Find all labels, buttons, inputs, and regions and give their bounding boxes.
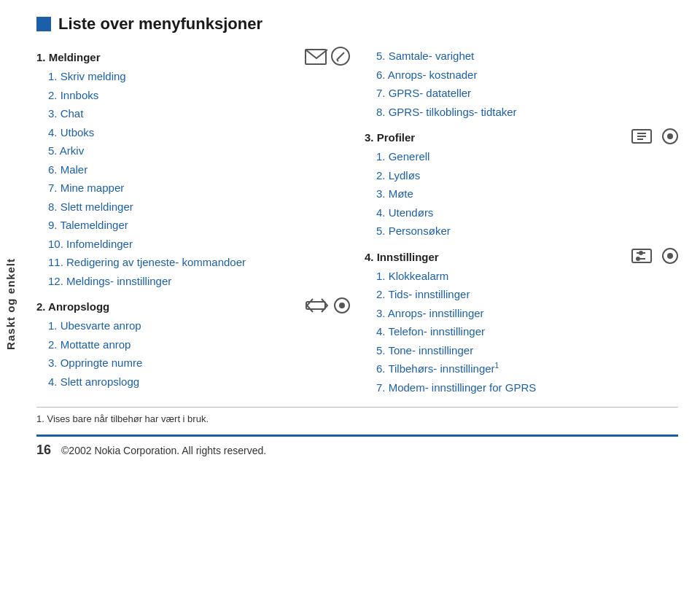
link-r-7[interactable]: GPRS- datateller bbox=[389, 87, 471, 99]
link-1-7[interactable]: Mine mapper bbox=[61, 182, 125, 194]
svg-point-19 bbox=[667, 253, 673, 259]
item-1-4: 4. Utboks bbox=[48, 123, 350, 142]
item-p-1: 1. Generell bbox=[376, 147, 678, 166]
link-i-2[interactable]: Tids- innstillinger bbox=[388, 288, 470, 300]
link-p-3[interactable]: Møte bbox=[389, 187, 413, 200]
item-1-2: 2. Innboks bbox=[48, 86, 350, 105]
link-r-8[interactable]: GPRS- tilkoblings- tidtaker bbox=[389, 106, 517, 118]
dot-icon3 bbox=[662, 246, 678, 265]
item-1-8: 8. Slett meldinger bbox=[48, 198, 350, 217]
right-column: 5. Samtale- varighet 6. Anrops- kostnade… bbox=[357, 47, 678, 397]
svg-point-12 bbox=[667, 133, 673, 139]
item-i-4: 4. Telefon- innstillinger bbox=[376, 322, 678, 341]
link-p-5[interactable]: Personsøker bbox=[389, 225, 451, 237]
footnote: 1. Vises bare når tilbehør har vært i br… bbox=[36, 413, 678, 424]
item-1-9: 9. Talemeldinger bbox=[48, 216, 350, 235]
music-icon bbox=[631, 127, 660, 146]
sliders-icon bbox=[631, 246, 660, 265]
svg-line-2 bbox=[337, 52, 344, 60]
page-title: Liste over menyfunksjoner bbox=[58, 15, 262, 34]
item-1-1: 1. Skriv melding bbox=[48, 67, 350, 86]
item-1-3: 3. Chat bbox=[48, 104, 350, 123]
link-1-5[interactable]: Arkiv bbox=[60, 144, 84, 157]
section1-icons bbox=[304, 47, 350, 66]
pencil-icon bbox=[331, 47, 350, 66]
dot-icon bbox=[334, 296, 350, 315]
link-1-3[interactable]: Chat bbox=[61, 107, 84, 120]
link-i-5[interactable]: Tone- innstillinger bbox=[388, 344, 473, 356]
link-r-6[interactable]: Anrops- kostnader bbox=[388, 69, 478, 81]
divider bbox=[36, 407, 678, 408]
link-i-7[interactable]: Modem- innstillinger for GPRS bbox=[389, 381, 537, 394]
item-p-3: 3. Møte bbox=[376, 184, 678, 203]
link-p-4[interactable]: Utendørs bbox=[389, 206, 434, 219]
item-1-11: 11. Redigering av tjeneste- kommandoer bbox=[48, 253, 350, 272]
link-2-1[interactable]: Ubesvarte anrop bbox=[61, 319, 141, 332]
section-profiler-title: 3. Profiler bbox=[365, 131, 415, 144]
item-r-7: 7. GPRS- datateller bbox=[376, 84, 678, 103]
section1-title: 1. Meldinger bbox=[36, 51, 101, 63]
item-2-2: 2. Mottatte anrop bbox=[48, 335, 350, 354]
link-i-1[interactable]: Klokkealarm bbox=[389, 270, 449, 282]
item-r-8: 8. GPRS- tilkoblings- tidtaker bbox=[376, 103, 678, 122]
header-square-icon bbox=[36, 17, 51, 31]
sidebar: Raskt og enkelt bbox=[0, 0, 20, 608]
copyright: ©2002 Nokia Corporation. All rights rese… bbox=[61, 445, 266, 456]
profiler-icons bbox=[631, 127, 678, 146]
link-1-8[interactable]: Slett meldinger bbox=[61, 200, 133, 213]
item-i-6: 6. Tilbehørs- innstillinger1 bbox=[376, 359, 678, 378]
link-2-4[interactable]: Slett anropslogg bbox=[61, 375, 139, 388]
arrows-icon bbox=[306, 296, 332, 315]
item-i-5: 5. Tone- innstillinger bbox=[376, 341, 678, 360]
link-i-3[interactable]: Anrops- innstillinger bbox=[388, 307, 484, 319]
item-1-5: 5. Arkiv bbox=[48, 141, 350, 160]
page-header: Liste over menyfunksjoner bbox=[36, 15, 678, 34]
item-p-4: 4. Utendørs bbox=[376, 203, 678, 222]
left-column: 1. Meldinger 1. Skriv melding 2. Innboks bbox=[36, 47, 357, 397]
item-1-12: 12. Meldings- innstillinger bbox=[48, 272, 350, 291]
two-column-layout: 1. Meldinger 1. Skriv melding 2. Innboks bbox=[36, 47, 678, 397]
item-2-3: 3. Oppringte numre bbox=[48, 354, 350, 373]
mail-icon bbox=[304, 47, 329, 66]
dot-icon2 bbox=[662, 127, 678, 146]
section2-header-row: 2. Anropslogg bbox=[36, 296, 350, 315]
link-p-2[interactable]: Lydløs bbox=[389, 169, 421, 182]
item-p-2: 2. Lydløs bbox=[376, 166, 678, 185]
svg-point-15 bbox=[639, 251, 643, 255]
item-i-1: 1. Klokkealarm bbox=[376, 267, 678, 286]
section-innstillinger-header: 4. Innstillinger bbox=[365, 246, 678, 265]
link-1-4[interactable]: Utboks bbox=[61, 126, 95, 139]
item-2-1: 1. Ubesvarte anrop bbox=[48, 316, 350, 335]
link-2-3[interactable]: Oppringte numre bbox=[61, 356, 143, 369]
section-innstillinger-title: 4. Innstillinger bbox=[365, 251, 439, 263]
link-1-12[interactable]: Meldings- innstillinger bbox=[66, 275, 171, 287]
link-1-10[interactable]: Infomeldinger bbox=[66, 238, 133, 250]
item-1-6: 6. Maler bbox=[48, 160, 350, 179]
page-number: 16 bbox=[36, 443, 51, 458]
item-i-3: 3. Anrops- innstillinger bbox=[376, 304, 678, 323]
item-r-5: 5. Samtale- varighet bbox=[376, 47, 678, 66]
link-i-6[interactable]: Tilbehørs- innstillinger1 bbox=[388, 362, 499, 375]
item-r-6: 6. Anrops- kostnader bbox=[376, 66, 678, 85]
link-1-9[interactable]: Talemeldinger bbox=[60, 219, 128, 231]
innstillinger-icons bbox=[631, 246, 678, 265]
item-i-7: 7. Modem- innstillinger for GPRS bbox=[376, 378, 678, 397]
link-p-1[interactable]: Generell bbox=[389, 150, 430, 163]
link-2-2[interactable]: Mottatte anrop bbox=[61, 338, 131, 351]
section2-title: 2. Anropslogg bbox=[36, 300, 109, 313]
item-1-10: 10. Infomeldinger bbox=[48, 235, 350, 254]
link-1-6[interactable]: Maler bbox=[61, 163, 88, 176]
item-p-5: 5. Personsøker bbox=[376, 222, 678, 241]
link-r-5[interactable]: Samtale- varighet bbox=[389, 50, 475, 62]
section-profiler-header: 3. Profiler bbox=[365, 127, 678, 146]
item-1-7: 7. Mine mapper bbox=[48, 179, 350, 198]
link-1-1[interactable]: Skriv melding bbox=[61, 70, 126, 82]
link-1-2[interactable]: Innboks bbox=[61, 89, 99, 101]
svg-point-6 bbox=[339, 303, 345, 308]
svg-point-17 bbox=[636, 257, 640, 261]
link-1-11[interactable]: Redigering av tjeneste- kommandoer bbox=[66, 256, 246, 268]
item-2-4: 4. Slett anropslogg bbox=[48, 373, 350, 391]
link-i-4[interactable]: Telefon- innstillinger bbox=[388, 325, 485, 338]
section2-icons bbox=[306, 296, 350, 315]
svg-line-3 bbox=[337, 60, 338, 61]
